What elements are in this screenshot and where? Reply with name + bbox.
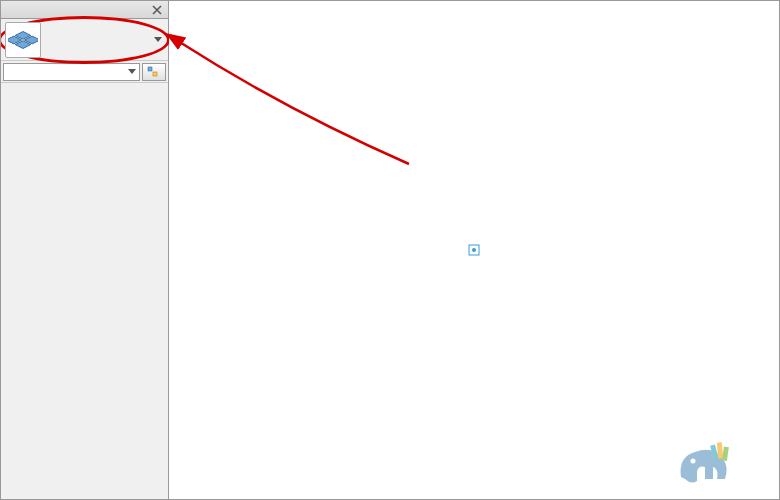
svg-point-7 xyxy=(472,248,476,252)
instance-filter-combo[interactable] xyxy=(3,63,140,81)
chevron-down-icon xyxy=(152,34,164,46)
edit-type-icon xyxy=(147,66,159,78)
property-list[interactable] xyxy=(1,83,168,500)
elephant-logo-icon xyxy=(673,437,733,489)
panel-close-button[interactable] xyxy=(150,3,164,17)
type-selector[interactable] xyxy=(1,19,168,61)
close-icon xyxy=(152,5,162,15)
svg-rect-11 xyxy=(722,447,729,462)
svg-rect-4 xyxy=(148,67,152,71)
filter-row xyxy=(1,61,168,83)
svg-point-8 xyxy=(691,459,696,464)
view-center-marker xyxy=(465,241,483,259)
watermark xyxy=(673,437,739,489)
viewport-3d[interactable] xyxy=(169,1,779,499)
edit-type-button[interactable] xyxy=(142,63,166,81)
chevron-down-icon xyxy=(128,69,136,74)
tile-icon xyxy=(8,25,38,55)
svg-rect-5 xyxy=(153,72,157,76)
panel-header xyxy=(1,1,168,19)
properties-panel xyxy=(1,1,169,500)
type-thumbnail xyxy=(5,22,41,58)
